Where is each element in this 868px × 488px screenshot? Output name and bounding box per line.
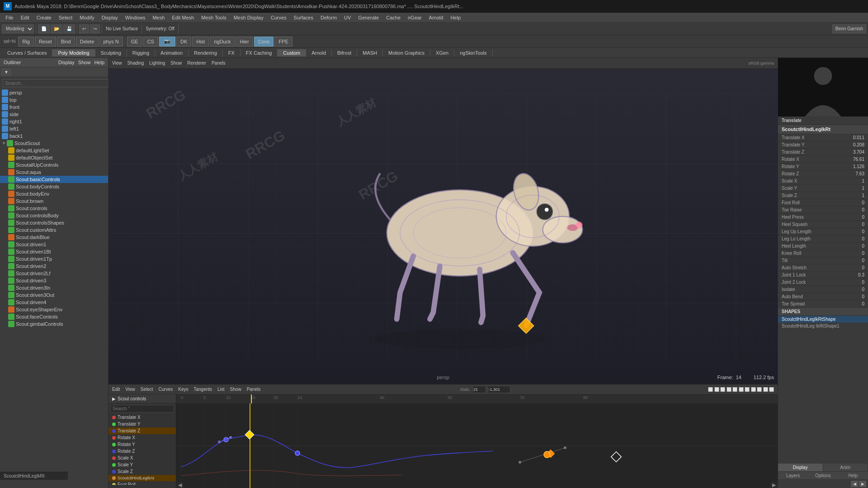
attr-value-sy[interactable]: 1 bbox=[862, 186, 864, 191]
tab-curves-surfaces[interactable]: Curves / Surfaces bbox=[2, 49, 52, 56]
graph-panels-menu[interactable]: Panels bbox=[245, 386, 263, 392]
attr-value-autostretch[interactable]: 0 bbox=[862, 265, 864, 270]
outliner-item-scout-driven2[interactable]: Scout:driven2 bbox=[0, 263, 108, 270]
outliner-item-scout-driven1bt[interactable]: Scout:driven1Bt bbox=[0, 248, 108, 255]
attr-value-sz[interactable]: 1 bbox=[862, 193, 864, 198]
attr-value-kneeroll[interactable]: 0 bbox=[862, 251, 864, 256]
stats-input[interactable] bbox=[472, 386, 486, 393]
attr-value-isolate[interactable]: 0 bbox=[862, 287, 864, 292]
attr-value-autobind[interactable]: 0 bbox=[862, 294, 864, 299]
scout-channel-footroll[interactable]: Foot Roll bbox=[108, 481, 176, 485]
ge-button[interactable]: GE bbox=[127, 37, 142, 47]
scout-channel-translate-z[interactable]: Translate Z bbox=[108, 427, 176, 434]
scout-channel-scale-z[interactable]: Scale Z bbox=[108, 468, 176, 475]
menu-display[interactable]: Display bbox=[98, 14, 122, 21]
menu-windows[interactable]: Windows bbox=[122, 14, 149, 21]
menu-generate[interactable]: Generate bbox=[354, 14, 382, 21]
bind-button[interactable]: Bind bbox=[57, 37, 75, 47]
scout-channel-rotate-z[interactable]: Rotate Z bbox=[108, 448, 176, 455]
outliner-item-scout-bodyenv[interactable]: Scout:bodyEnv bbox=[0, 190, 108, 197]
rb-tab-options[interactable]: Options bbox=[808, 472, 838, 479]
rb-tab-layers[interactable]: Layers bbox=[778, 472, 808, 479]
outliner-search-input[interactable] bbox=[3, 79, 109, 87]
tab-rigging[interactable]: Rigging bbox=[127, 49, 155, 56]
shape-item-2[interactable]: ScoutctlHindLeg IkRtShape1 bbox=[778, 323, 868, 329]
toolbar-redo[interactable]: ↪ bbox=[90, 24, 100, 33]
hist-button[interactable]: Hist bbox=[192, 37, 209, 47]
delete-button[interactable]: Delete bbox=[76, 37, 99, 47]
graph-view-menu[interactable]: View bbox=[123, 386, 137, 392]
toolbar-undo[interactable]: ↩ bbox=[79, 24, 89, 33]
toolbar-open[interactable]: 📂 bbox=[51, 24, 62, 33]
dk-button[interactable]: DK bbox=[176, 37, 191, 47]
tab-ngskintools[interactable]: ngSkinTools bbox=[454, 49, 492, 56]
scout-channel-rotate-y[interactable]: Rotate Y bbox=[108, 441, 176, 448]
menu-cache[interactable]: Cache bbox=[382, 14, 404, 21]
outliner-item-scout-driven3out[interactable]: Scout:driven3Out bbox=[0, 291, 108, 299]
attr-value-toespread[interactable]: 0 bbox=[862, 301, 864, 306]
tab-arnold[interactable]: Arnold bbox=[306, 49, 332, 56]
attr-value-footroll[interactable]: 0 bbox=[862, 200, 864, 205]
outliner-item-scout-aqua[interactable]: Scout:aqua bbox=[0, 169, 108, 176]
outliner-item-scout-controlsbody[interactable]: Scout:controlsBody bbox=[0, 212, 108, 219]
graph-list-menu[interactable]: List bbox=[216, 386, 226, 392]
menu-edit[interactable]: Edit bbox=[17, 14, 33, 21]
attr-value-joint2lock[interactable]: 0 bbox=[862, 280, 864, 285]
menu-modify[interactable]: Modify bbox=[76, 14, 98, 21]
scout-channel-translate-x[interactable]: Translate X bbox=[108, 414, 176, 421]
toolbar-new[interactable]: 📄 bbox=[38, 24, 50, 33]
vp-lighting-menu[interactable]: Lighting bbox=[147, 60, 167, 66]
outliner-filter-button[interactable]: ▼ bbox=[2, 69, 11, 75]
rb-tab-help[interactable]: Help bbox=[838, 472, 868, 479]
graph-curves-menu[interactable]: Curves bbox=[157, 386, 175, 392]
outliner-item-back1[interactable]: back1 bbox=[0, 132, 108, 140]
outliner-item-scout-basiccontrols[interactable]: Scout:basicControls bbox=[0, 176, 108, 183]
scout-channel-hindleg[interactable]: ScoutctlHindLegIkAt bbox=[108, 475, 176, 481]
mode-dropdown[interactable]: Modeling bbox=[2, 24, 34, 33]
tab-motion-graphics[interactable]: Motion Graphics bbox=[383, 49, 430, 56]
tab-custom[interactable]: Custom bbox=[278, 49, 306, 56]
cons-button[interactable]: Cons bbox=[254, 37, 274, 47]
outliner-item-scout-driven2lf[interactable]: Scout:driven2Lf bbox=[0, 270, 108, 277]
display-tab-anim[interactable]: Anim bbox=[823, 464, 868, 471]
outliner-item-defaultlightset[interactable]: defaultLightSet bbox=[0, 147, 108, 154]
graph-show-menu[interactable]: Show bbox=[228, 386, 243, 392]
reset-button[interactable]: Reset bbox=[35, 37, 56, 47]
graph-tangents-menu[interactable]: Tangents bbox=[192, 386, 214, 392]
scout-channel-scale-x[interactable]: Scale X bbox=[108, 455, 176, 461]
attr-value-ty[interactable]: 0.208 bbox=[853, 142, 864, 147]
attr-value-tilt[interactable]: 0 bbox=[862, 258, 864, 263]
outliner-item-scout-brown[interactable]: Scout:brown bbox=[0, 197, 108, 205]
physn-button[interactable]: phys N bbox=[99, 37, 123, 47]
scroll-down-button[interactable]: ▶ bbox=[859, 481, 866, 487]
user-account-button[interactable]: Benn Garnish bbox=[832, 24, 866, 33]
menu-ngear[interactable]: nGear bbox=[404, 14, 425, 21]
fpe-button[interactable]: FPE bbox=[274, 37, 292, 47]
menu-create[interactable]: Create bbox=[33, 14, 55, 21]
attr-value-tz[interactable]: 3.704 bbox=[853, 150, 864, 155]
outliner-item-top[interactable]: top bbox=[0, 96, 108, 103]
menu-curves[interactable]: Curves bbox=[267, 14, 290, 21]
outliner-item-scout-customattrs[interactable]: Scout:customAttrs bbox=[0, 226, 108, 234]
vp-show-menu[interactable]: Show bbox=[169, 60, 184, 66]
outliner-display-menu[interactable]: Display bbox=[58, 60, 75, 65]
attr-value-toeraise[interactable]: 0 bbox=[862, 207, 864, 212]
menu-mesh-tools[interactable]: Mesh Tools bbox=[198, 14, 230, 21]
outliner-help-menu[interactable]: Help bbox=[94, 60, 104, 65]
attr-value-leglo[interactable]: 0 bbox=[862, 236, 864, 241]
outliner-item-scout-bodycontrols[interactable]: Scout:bodyControls bbox=[0, 183, 108, 190]
menu-mesh[interactable]: Mesh bbox=[149, 14, 168, 21]
tab-poly-modeling[interactable]: Poly Modeling bbox=[52, 49, 95, 56]
tab-mash[interactable]: MASH bbox=[357, 49, 383, 56]
outliner-item-side[interactable]: side bbox=[0, 111, 108, 118]
outliner-item-scout-driven4[interactable]: Scout:driven4 bbox=[0, 299, 108, 306]
menu-surfaces[interactable]: Surfaces bbox=[290, 14, 317, 21]
camera-button[interactable]: 📷 bbox=[159, 37, 175, 47]
graph-scroll-right[interactable]: ▶ bbox=[770, 482, 778, 488]
curve-value-input[interactable] bbox=[488, 386, 510, 393]
menu-help[interactable]: Help bbox=[447, 14, 464, 21]
vp-renderer-menu[interactable]: Renderer bbox=[185, 60, 208, 66]
graph-curve-area[interactable]: 0 5 10 15 20 24 40 55 70 80 bbox=[176, 394, 778, 488]
attr-value-heelsquash[interactable]: 0 bbox=[862, 222, 864, 227]
scout-search-input[interactable] bbox=[110, 405, 174, 413]
